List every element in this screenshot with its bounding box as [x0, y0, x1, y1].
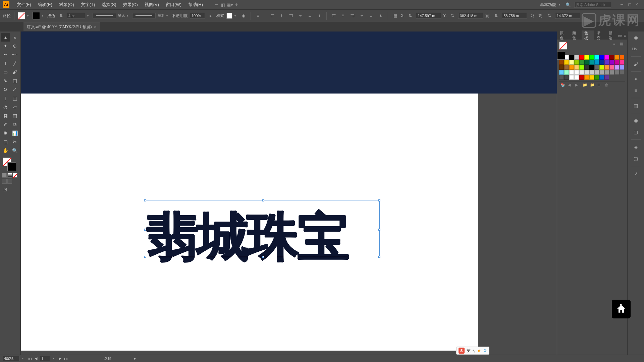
ime-bar[interactable]: S 英 •, ☻ ⚙: [456, 347, 489, 355]
swatch-cell[interactable]: [594, 70, 599, 75]
ime-lang-label[interactable]: 英: [467, 348, 471, 354]
swatch-grid-view-icon[interactable]: ▦: [620, 42, 625, 47]
workspace-dropdown[interactable]: ▾: [559, 3, 562, 6]
color-mode-solid[interactable]: [2, 173, 7, 178]
brush-profile[interactable]: [132, 13, 156, 18]
nav-prev-icon[interactable]: ◀: [35, 356, 37, 361]
doc-icon[interactable]: ◧: [220, 1, 226, 8]
link-wh-icon[interactable]: ⛓: [529, 12, 536, 19]
stroke-profile[interactable]: [93, 13, 116, 18]
menu-file[interactable]: 文件(F): [13, 2, 35, 8]
swatch-cell[interactable]: [614, 55, 619, 60]
valign-top-icon[interactable]: ⫟: [297, 12, 304, 19]
artboard-tool[interactable]: ▢: [1, 137, 10, 146]
gradient-tool[interactable]: ▨: [10, 111, 19, 120]
eyedropper-tool[interactable]: ✐: [1, 120, 10, 129]
align-icon[interactable]: ≡: [254, 12, 262, 19]
w-input[interactable]: [502, 13, 527, 19]
swatch-cell[interactable]: [589, 55, 594, 60]
rectangle-tool[interactable]: ▭: [1, 68, 10, 76]
search-stock-input[interactable]: [574, 2, 611, 8]
type-tool[interactable]: T: [1, 59, 10, 68]
swatch-new-icon[interactable]: ⊞: [597, 83, 603, 88]
eraser-tool[interactable]: ◫: [10, 76, 19, 85]
color-mode-gradient[interactable]: [7, 173, 12, 178]
swatch-cell[interactable]: [574, 65, 579, 70]
hand-tool[interactable]: ✋: [1, 146, 10, 155]
swatch-cell[interactable]: [604, 70, 609, 75]
stroke-color[interactable]: [7, 162, 16, 171]
width-tool[interactable]: ⫿: [1, 94, 10, 103]
swatch-cell[interactable]: [599, 70, 604, 75]
panel-tab-color2[interactable]: 颜色: [570, 31, 582, 41]
h-stepper[interactable]: ⇅: [546, 12, 553, 19]
nav-next-icon[interactable]: ▶: [59, 356, 61, 361]
swatch-libraries-icon[interactable]: 📚: [560, 83, 566, 88]
maximize-button[interactable]: ▢: [628, 2, 634, 7]
minimize-button[interactable]: ─: [621, 2, 627, 7]
dock-layers-icon[interactable]: ◈: [632, 143, 640, 151]
brush-dropdown[interactable]: ▾: [166, 14, 170, 17]
swatch-cell[interactable]: [599, 75, 604, 80]
swatch-kind-icon[interactable]: ◀: [568, 83, 573, 88]
swatch-cell[interactable]: [599, 60, 604, 65]
swatch-cell[interactable]: [579, 65, 584, 70]
opacity-label[interactable]: 不透明度: [172, 13, 188, 19]
menu-select[interactable]: 选择(S): [98, 2, 119, 8]
swatch-cell[interactable]: [569, 65, 574, 70]
swatch-cell[interactable]: [589, 75, 594, 80]
swatch-cell[interactable]: [569, 55, 574, 60]
swatch-cell[interactable]: [620, 60, 624, 65]
slice-tool[interactable]: ✂: [10, 137, 19, 146]
layout-icon[interactable]: ▭: [213, 1, 220, 8]
fill-dropdown[interactable]: ▾: [27, 14, 31, 17]
swatch-cell[interactable]: [620, 70, 624, 75]
scale-tool[interactable]: ⤢: [10, 85, 19, 94]
menu-object[interactable]: 对象(O): [56, 2, 77, 8]
halign-right-icon[interactable]: ⫎: [287, 12, 295, 19]
swatch-group-icon[interactable]: 📁: [583, 83, 588, 88]
swatch-cell[interactable]: [579, 70, 584, 75]
menu-effect[interactable]: 效果(C): [120, 2, 141, 8]
stroke-dropdown[interactable]: ▾: [42, 14, 45, 17]
appearance-icon[interactable]: ◉: [240, 12, 247, 19]
nav-last-icon[interactable]: ⏭: [64, 357, 68, 361]
swatch-cell[interactable]: [579, 75, 584, 80]
swatch-cell[interactable]: [559, 60, 564, 65]
draw-mode-icon[interactable]: [7, 179, 12, 184]
halign-center-icon[interactable]: ⫯: [278, 12, 285, 19]
opacity-input[interactable]: [190, 13, 205, 19]
paintbrush-tool[interactable]: 🖌: [10, 68, 19, 76]
stroke-weight-input[interactable]: [67, 13, 85, 19]
swatch-cell[interactable]: [589, 60, 594, 65]
fill-swatch[interactable]: [18, 12, 25, 19]
canvas[interactable]: 翡城珠宝: [21, 32, 557, 355]
color-picker[interactable]: [3, 158, 16, 171]
ime-punct-icon[interactable]: •,: [473, 348, 475, 353]
swatch-cell[interactable]: [594, 60, 599, 65]
swatch-cell[interactable]: [574, 70, 579, 75]
ime-settings-icon[interactable]: ⚙: [483, 348, 487, 353]
swatch-cell[interactable]: [589, 65, 594, 70]
swatch-cell[interactable]: [574, 55, 579, 60]
screen-mode-toggle[interactable]: ⊡: [1, 185, 10, 194]
shape-builder-tool[interactable]: ◔: [1, 103, 10, 111]
profile-dropdown[interactable]: ▾: [127, 14, 130, 17]
swatch-cell[interactable]: [584, 75, 589, 80]
style-dropdown[interactable]: ▾: [234, 14, 238, 17]
dock-brushes-icon[interactable]: 🖌: [632, 60, 640, 68]
blend-tool[interactable]: ⧉: [10, 120, 19, 129]
symbol-sprayer-tool[interactable]: ✺: [1, 129, 10, 137]
menu-edit[interactable]: 编辑(E): [35, 2, 56, 8]
swatch-cell[interactable]: [579, 55, 584, 60]
swatch-cell[interactable]: [564, 65, 569, 70]
dist-h3-icon[interactable]: ⫎: [349, 12, 356, 19]
dist-v1-icon[interactable]: ⫟: [358, 12, 366, 19]
pencil-tool[interactable]: ✎: [1, 76, 10, 85]
dist-v2-icon[interactable]: ⫠: [368, 12, 375, 19]
transform-anchor-icon[interactable]: ▦: [391, 12, 399, 19]
swatch-cell[interactable]: [564, 60, 569, 65]
dock-stroke-icon[interactable]: ≡: [632, 86, 640, 95]
panel-tab-color1[interactable]: 颜色: [557, 31, 570, 41]
swatch-cell[interactable]: [609, 60, 614, 65]
